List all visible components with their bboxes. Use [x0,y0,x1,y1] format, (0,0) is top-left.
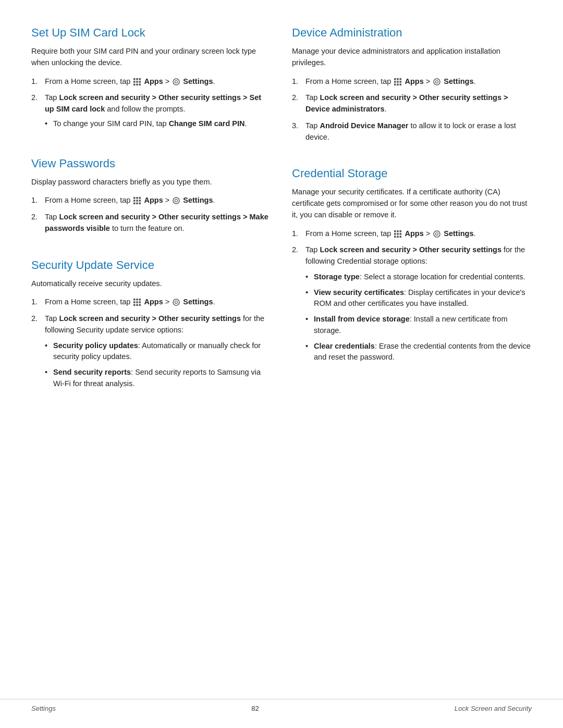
apps-icon [133,298,141,305]
settings-label: Settings [444,77,473,85]
settings-icon [173,196,180,204]
svg-rect-22 [133,299,136,301]
svg-rect-44 [394,230,396,232]
settings-icon [173,298,180,305]
step-content: Tap Lock screen and security > Other sec… [305,244,532,367]
svg-rect-51 [397,236,399,238]
svg-rect-11 [133,197,136,199]
step-bold-text: Lock screen and security > Other securit… [305,93,508,113]
svg-rect-18 [137,203,139,205]
step-number: 2. [31,92,42,132]
settings-label: Settings [183,298,213,306]
settings-icon [433,230,440,237]
step-content: From a Home screen, tap [45,195,271,206]
apps-label: Apps [144,196,163,204]
apps-label: Apps [405,77,423,85]
svg-rect-24 [139,299,141,301]
section-title-security-update-service: Security Update Service [31,258,271,272]
svg-rect-5 [139,81,141,83]
svg-point-9 [173,79,179,85]
step-number: 2. [292,244,302,367]
step-bold-text: Lock screen and security > Other securit… [45,93,261,113]
step-cs-2: 2. Tap Lock screen and security > Other … [292,244,532,367]
step-cs-1: 1. From a Home screen, tap [292,228,532,240]
svg-rect-19 [139,203,141,205]
bullet-bold: View security certificates [314,288,404,297]
svg-rect-4 [137,81,139,83]
svg-rect-1 [137,78,139,80]
svg-point-54 [436,232,438,235]
svg-rect-39 [394,83,396,85]
steps-list-security-update-service: 1. From a Home screen, tap [31,297,271,393]
section-security-update-service: Security Update Service Automatically re… [31,258,271,399]
section-intro-device-administration: Manage your device administrators and ap… [292,46,532,69]
svg-rect-50 [394,236,396,238]
svg-rect-3 [133,81,136,83]
svg-rect-46 [400,230,402,232]
svg-rect-52 [400,236,402,238]
svg-rect-37 [397,81,399,83]
svg-rect-15 [137,200,139,202]
bullet-bold: Security policy updates [53,341,138,350]
svg-rect-38 [400,81,402,83]
section-title-device-administration: Device Administration [292,26,532,40]
step-vp-1: 1. From a Home screen, tap [31,195,271,206]
step-content: Tap Android Device Manager to allow it t… [305,120,532,143]
section-intro-credential-storage: Manage your security certificates. If a … [292,187,532,220]
bullet-bold: Clear credentials [314,342,375,350]
settings-label: Settings [183,77,213,85]
svg-rect-25 [133,302,136,304]
svg-rect-48 [397,233,399,235]
step-da-1: 1. From a Home screen, tap [292,76,532,88]
step-da-2: 2. Tap Lock screen and security > Other … [292,92,532,115]
step-content: From a Home screen, tap [45,76,271,88]
step-number: 2. [31,313,42,394]
section-intro-sim-card-lock: Require both your SIM card PIN and your … [31,46,271,69]
bullet-bold: Send security reports [53,368,131,376]
settings-icon [433,78,440,85]
svg-point-53 [434,231,440,237]
svg-rect-29 [137,304,139,306]
page-content: Set Up SIM Card Lock Require both your S… [0,0,563,470]
svg-rect-14 [133,200,136,202]
right-column: Device Administration Manage your device… [292,26,532,418]
section-intro-view-passwords: Display password characters briefly as y… [31,177,271,188]
step-number: 1. [31,76,42,88]
svg-rect-7 [137,83,139,85]
step-sim-2: 2. Tap Lock screen and security > Other … [31,92,271,132]
svg-point-42 [434,79,440,85]
steps-list-device-administration: 1. From a Home screen, tap [292,76,532,143]
svg-rect-33 [394,78,396,80]
bullet-bold: Storage type [314,273,360,281]
svg-rect-35 [400,78,402,80]
step-number: 1. [31,195,42,206]
svg-point-32 [175,301,178,304]
step-number: 2. [31,212,42,235]
bullet-list-sus: Security policy updates: Automatically o… [45,340,271,390]
section-title-sim-card-lock: Set Up SIM Card Lock [31,26,271,40]
step-content: From a Home screen, tap [305,76,532,88]
step-sus-1: 1. From a Home screen, tap [31,297,271,308]
svg-rect-8 [139,83,141,85]
steps-list-view-passwords: 1. From a Home screen, tap [31,195,271,234]
svg-rect-40 [397,83,399,85]
bullet-item-cs-4: Clear credentials: Erase the credential … [305,341,532,364]
step-content: From a Home screen, tap [45,297,271,308]
step-number: 1. [292,76,302,88]
step-number: 3. [292,120,302,143]
svg-rect-2 [139,78,141,80]
step-content: Tap Lock screen and security > Other sec… [305,92,532,115]
bullet-list-cs: Storage type: Select a storage location … [305,272,532,363]
apps-label: Apps [144,298,163,306]
svg-rect-27 [139,302,141,304]
bullet-item-cs-3: Install from device storage: Install a n… [305,314,532,337]
settings-label: Settings [183,196,213,204]
step-bold-text: Lock screen and security > Other securit… [45,213,268,232]
step-sim-1: 1. From a Home screen, tap [31,76,271,88]
section-title-credential-storage: Credential Storage [292,167,532,180]
step-content: Tap Lock screen and security > Other sec… [45,92,271,132]
apps-icon [394,78,401,85]
apps-icon [394,230,401,237]
step-sus-2: 2. Tap Lock screen and security > Other … [31,313,271,394]
svg-rect-41 [400,83,402,85]
